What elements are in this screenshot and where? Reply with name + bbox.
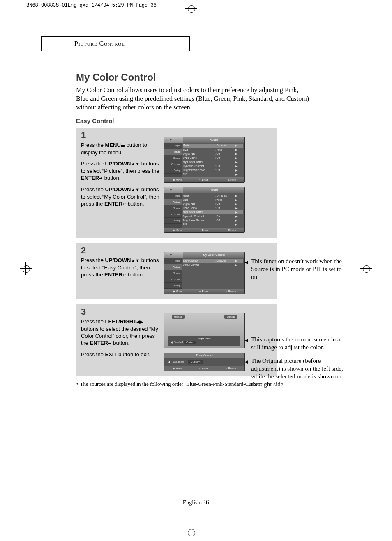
crop-mark-bottom <box>185 526 197 539</box>
crop-mark-left <box>20 262 32 275</box>
step-1: 1 Press the MENU☰ button to display the … <box>76 128 277 238</box>
leftright-icon: ◀▶ <box>136 319 143 324</box>
step3-line2: Press the EXIT button to exit. <box>81 351 160 358</box>
print-slug: BN68-00883S-01Eng.qxd 1/4/04 5:29 PM Pag… <box>26 2 157 8</box>
updown-icon: ▲▼ <box>131 187 140 192</box>
page-number: English-36 <box>0 498 392 506</box>
osd-screenshot-picture-menu: T VPicture Input Picture Sound Channel S… <box>164 137 245 183</box>
section-subhead: Easy Control <box>76 117 353 124</box>
step1-line2: Press the UP/DOWN▲▼ buttons to select “P… <box>81 160 160 182</box>
enter-icon: ↵ <box>99 176 103 181</box>
enter-icon: ↵ <box>122 272 126 277</box>
step-number: 2 <box>81 245 160 256</box>
crop-mark-top <box>185 2 197 15</box>
side-note-1: This function doesn’t work when the Sour… <box>244 258 343 287</box>
step-number: 1 <box>81 130 160 141</box>
intro-paragraph: My Color Control allows users to adjust … <box>76 86 310 111</box>
step2-line1: Press the UP/DOWN▲▼ buttons to select “E… <box>81 257 160 279</box>
step3-line1: Press the LEFT/RIGHT◀▶ buttons to select… <box>81 318 160 347</box>
chapter-heading: Picture Control <box>41 36 190 51</box>
osd-screenshot-picture-menu-mcc-selected: T VPicture Input Picture Sound Channel S… <box>164 187 245 233</box>
step-number: 3 <box>81 306 160 317</box>
page-title: My Color Control <box>76 72 353 83</box>
step1-line1: Press the MENU☰ button to display the me… <box>81 142 160 156</box>
side-note-2: This captures the current screen in a st… <box>244 336 343 394</box>
step1-line3: Press the UP/DOWN▲▼ buttons to select “M… <box>81 186 160 208</box>
osd-screenshot-mcc-menu: T VMy Color Control Input Picture Sound … <box>164 252 245 294</box>
osd-screenshot-easycontrol-bar: Easy Control ◀StandardCustom ◆ Move↵ Ent… <box>164 353 245 371</box>
updown-icon: ▲▼ <box>131 161 140 166</box>
menu-icon: ☰ <box>121 143 125 148</box>
enter-icon: ↵ <box>108 341 112 346</box>
updown-icon: ▲▼ <box>131 258 140 263</box>
osd-screenshot-compare: Original Custom Easy Control ◀StandardCu… <box>164 313 245 348</box>
crop-mark-right <box>360 262 372 275</box>
enter-icon: ↵ <box>122 202 126 207</box>
